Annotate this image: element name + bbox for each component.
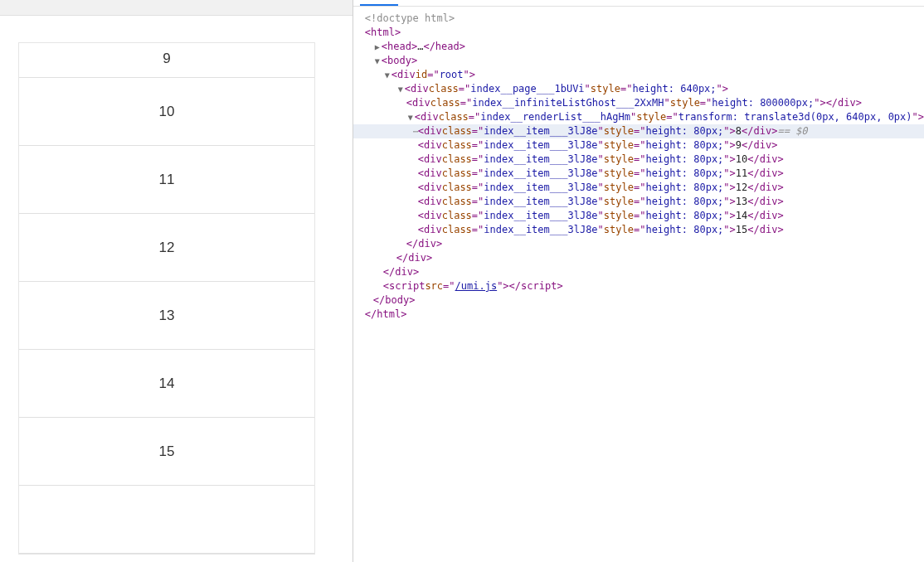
rendered-page-pane: 9 10 11 12 13 14 15 (0, 0, 353, 562)
list-item[interactable]: 10 (19, 78, 314, 146)
dom-div-ghost[interactable]: <div class="index__infiniteListGhost___2… (353, 96, 924, 110)
tab-sources[interactable]: Sources (468, 0, 501, 6)
devtools-tabs[interactable]: Elements Console Sources Network (353, 0, 924, 7)
list-item[interactable]: 13 (19, 282, 314, 350)
dom-div-root[interactable]: ▼ <div id="root"> (353, 68, 924, 82)
dom-close-renderlist[interactable]: </div> (353, 237, 924, 251)
devtools-pane: Elements Console Sources Network <!docty… (353, 0, 924, 562)
tab-console[interactable]: Console (416, 0, 450, 6)
dom-item[interactable]: <div class="index__item___3lJ8e" style="… (353, 153, 924, 167)
dom-item[interactable]: <div class="index__item___3lJ8e" style="… (353, 138, 924, 153)
dom-item[interactable]: <div class="index__item___3lJ8e" style="… (353, 181, 924, 195)
dom-doctype[interactable]: <!doctype html> (353, 12, 924, 26)
tab-network[interactable]: Network (519, 0, 552, 6)
dom-item[interactable]: <div class="index__item___3lJ8e" style="… (353, 223, 924, 237)
app-root: 9 10 11 12 13 14 15 Elements Console Sou… (0, 0, 924, 562)
list-item[interactable]: 14 (19, 350, 314, 418)
list-item[interactable]: 15 (19, 418, 314, 486)
dom-item[interactable]: <div class="index__item___3lJ8e" style="… (353, 209, 924, 223)
dom-html-open[interactable]: <html> (353, 26, 924, 40)
dom-item[interactable]: <div class="index__item___3lJ8e" style="… (353, 195, 924, 209)
elements-dom-tree[interactable]: <!doctype html> <html> ▶ <head>…</head> … (353, 7, 924, 562)
infinite-list[interactable]: 9 10 11 12 13 14 15 (18, 42, 315, 555)
dom-div-renderlist[interactable]: ▼ <div class="index__renderList___hAgHm"… (353, 110, 924, 124)
page-viewport[interactable]: 9 10 11 12 13 14 15 (0, 16, 353, 562)
list-item[interactable]: 11 (19, 146, 314, 214)
tab-elements[interactable]: Elements (360, 0, 398, 6)
dom-head[interactable]: ▶ <head>…</head> (353, 40, 924, 54)
dom-close-body[interactable]: </body> (353, 293, 924, 308)
dom-div-page[interactable]: ▼ <div class="index__page___1bUVi" style… (353, 82, 924, 96)
dom-body-open[interactable]: ▼ <body> (353, 54, 924, 68)
list-item[interactable]: 12 (19, 214, 314, 282)
list-item[interactable]: 9 (19, 43, 314, 78)
dom-close-page[interactable]: </div> (353, 251, 924, 265)
dom-script[interactable]: <script src="/umi.js"></script> (353, 279, 924, 293)
dom-item-selected[interactable]: ⋯ <div class="index__item___3lJ8e" style… (353, 124, 924, 138)
dom-close-html[interactable]: </html> (353, 308, 924, 322)
list-item[interactable] (19, 486, 314, 554)
dom-item[interactable]: <div class="index__item___3lJ8e" style="… (353, 167, 924, 181)
responsive-toolbar[interactable] (0, 0, 353, 16)
dom-close-root[interactable]: </div> (353, 265, 924, 279)
